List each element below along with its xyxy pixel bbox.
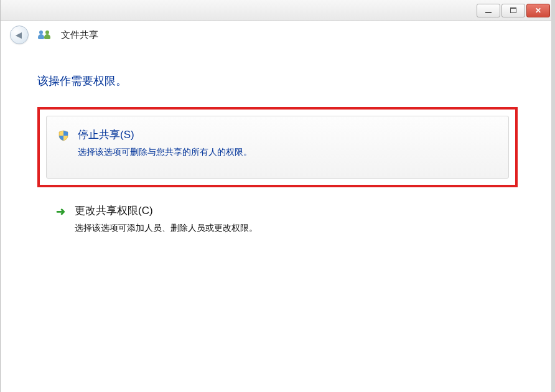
right-border (551, 0, 555, 392)
header-row: ◄ 文件共享 (0, 21, 555, 49)
highlight-box: 停止共享(S) 选择该选项可删除与您共享的所有人的权限。 (37, 107, 518, 187)
option-text: 停止共享(S) 选择该选项可删除与您共享的所有人的权限。 (78, 128, 497, 158)
content-heading: 该操作需要权限。 (37, 73, 518, 88)
left-border (0, 0, 1, 392)
content-area: 该操作需要权限。 停止共享(S) 选择该选项可删除与您共享的所有人的权限。 ➜ (0, 49, 555, 273)
option-title: 停止共享(S) (78, 128, 497, 142)
people-share-icon (38, 28, 52, 42)
close-button[interactable]: ✕ (526, 4, 550, 17)
maximize-button[interactable] (501, 4, 525, 17)
option-title: 更改共享权限(C) (75, 203, 500, 218)
maximize-icon (510, 7, 516, 13)
window-frame: ✕ ◄ 文件共享 该操作需要权限。 (0, 0, 555, 392)
minimize-icon (485, 12, 492, 13)
back-arrow-icon: ◄ (14, 30, 24, 40)
option-description: 选择该选项可删除与您共享的所有人的权限。 (78, 147, 497, 158)
option-text: 更改共享权限(C) 选择该选项可添加人员、删除人员或更改权限。 (75, 203, 500, 234)
arrow-right-icon: ➜ (55, 206, 66, 217)
option-change-permissions[interactable]: ➜ 更改共享权限(C) 选择该选项可添加人员、删除人员或更改权限。 (37, 200, 518, 248)
minimize-button[interactable] (477, 4, 500, 17)
shield-icon (58, 130, 69, 141)
option-description: 选择该选项可添加人员、删除人员或更改权限。 (75, 223, 500, 234)
back-button[interactable]: ◄ (10, 26, 29, 44)
page-title: 文件共享 (61, 29, 98, 41)
titlebar: ✕ (0, 0, 555, 21)
option-stop-sharing[interactable]: 停止共享(S) 选择该选项可删除与您共享的所有人的权限。 (46, 116, 509, 179)
close-icon: ✕ (535, 6, 541, 15)
